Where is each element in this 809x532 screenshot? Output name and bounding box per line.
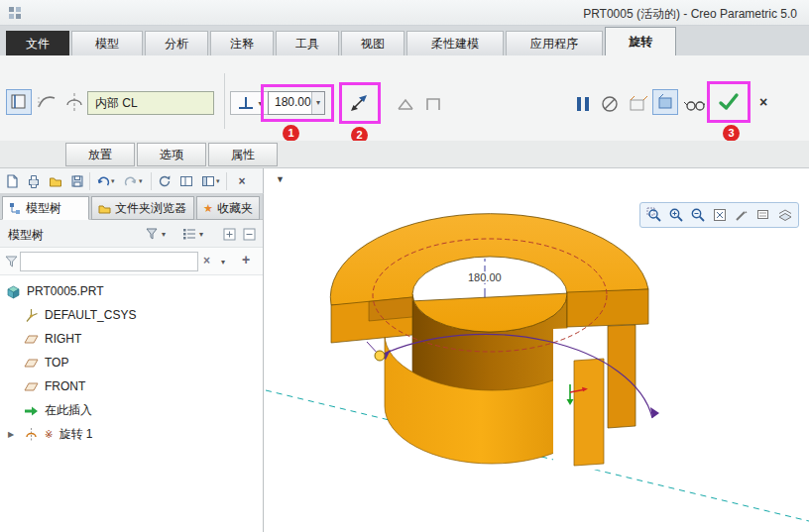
revolve-dashboard: 内部 CL ▾ 180.00 ▾ 1 2 <box>0 55 809 141</box>
part-icon <box>6 284 21 299</box>
solid-icon <box>7 90 31 114</box>
no-preview-button[interactable] <box>599 93 621 115</box>
flip-direction-button[interactable] <box>346 90 372 116</box>
undo-button[interactable] <box>93 171 113 191</box>
checkmark-icon <box>717 90 741 114</box>
tab-model-tree[interactable]: 模型树 <box>2 196 89 220</box>
toolbar-separator <box>151 172 152 190</box>
remove-material-icon <box>394 92 417 116</box>
panel-tab-options[interactable]: 选项 <box>137 143 206 166</box>
layout-dropdown-icon[interactable]: ▾ <box>216 177 220 185</box>
confirm-button[interactable] <box>716 89 742 115</box>
tab-label: 收藏夹 <box>217 200 253 217</box>
angle-input[interactable]: 180.00 ▾ <box>268 91 325 115</box>
wireframe-preview-icon <box>626 92 649 116</box>
angle-dropdown-icon[interactable]: ▾ <box>311 92 324 114</box>
insert-here-icon <box>24 403 39 418</box>
tree-row-front-plane[interactable]: FRONT <box>0 374 263 398</box>
new-file-icon <box>4 173 20 189</box>
tree-row-csys[interactable]: DEFAULT_CSYS <box>0 303 263 327</box>
thicken-icon <box>421 92 445 116</box>
perpendicular-icon <box>237 94 255 112</box>
redo-button[interactable] <box>121 171 141 191</box>
folder-icon <box>98 202 111 215</box>
regenerate-icon <box>157 173 173 189</box>
tab-favorites[interactable]: ★ 收藏夹 <box>196 196 260 220</box>
app-menu-icon[interactable] <box>8 6 22 20</box>
overflow-arrow-icon[interactable]: ▼ <box>276 174 285 184</box>
tree-item-label: DEFAULT_CSYS <box>45 308 136 322</box>
drag-handle[interactable] <box>375 351 385 361</box>
folder-icon <box>48 173 63 189</box>
expand-all-icon[interactable] <box>222 227 237 242</box>
flange-front-face-right <box>567 289 648 327</box>
section-reference-value: 内部 CL <box>95 95 138 112</box>
expander-icon[interactable]: ▶ <box>8 430 18 439</box>
undo-icon <box>95 173 111 189</box>
graphics-area[interactable]: ▼ <box>264 168 809 532</box>
remove-material-button[interactable] <box>393 91 418 117</box>
window-panes-button[interactable] <box>176 171 196 191</box>
sidebar-layout-button[interactable] <box>198 171 218 191</box>
tab-applications[interactable]: 应用程序 <box>506 31 603 55</box>
tab-analysis[interactable]: 分析 <box>145 31 208 55</box>
close-pane-button[interactable]: × <box>232 171 252 191</box>
tab-folder-browser[interactable]: 文件夹浏览器 <box>91 196 194 220</box>
revolved-part[interactable] <box>330 214 648 471</box>
angle-value: 180.00 <box>269 92 311 114</box>
add-filter-icon[interactable]: + <box>242 252 250 267</box>
verify-button[interactable] <box>682 93 706 115</box>
save-button[interactable] <box>67 171 87 191</box>
angle-dimension-label[interactable]: 180.00 <box>466 271 504 283</box>
model-viewport[interactable] <box>264 194 809 532</box>
unattached-preview-button[interactable] <box>625 91 650 117</box>
thicken-sketch-button[interactable] <box>420 91 446 117</box>
tree-row-insert-here[interactable]: 在此插入 <box>0 398 263 422</box>
revolve-as-solid-button[interactable] <box>6 89 32 115</box>
tab-tools[interactable]: 工具 <box>276 31 339 55</box>
clear-filter-icon[interactable]: × <box>203 254 210 267</box>
chevron-down-icon[interactable]: ▾ <box>221 258 225 266</box>
pause-button[interactable] <box>571 91 595 117</box>
close-icon: × <box>238 175 245 187</box>
flange-notch-step <box>369 297 412 321</box>
tree-row-right-plane[interactable]: RIGHT <box>0 327 263 351</box>
tab-view[interactable]: 视图 <box>341 31 404 55</box>
toolbar-separator <box>89 172 90 190</box>
revolve-feature-icon <box>24 427 39 442</box>
tree-columns-icon[interactable] <box>182 227 197 242</box>
panel-tab-placement[interactable]: 放置 <box>65 143 135 166</box>
title-bar: PRT0005 (活动的) - Creo Parametric 5.0 <box>0 0 809 26</box>
glasses-icon <box>683 94 705 114</box>
cancel-button[interactable]: × <box>753 92 773 112</box>
tab-annotate[interactable]: 注释 <box>210 31 274 55</box>
collapse-all-icon[interactable] <box>242 227 257 242</box>
regenerate-button[interactable] <box>155 171 174 191</box>
print-button[interactable] <box>24 171 44 191</box>
new-file-button[interactable] <box>2 171 22 191</box>
tree-row-revolve-feature[interactable]: ▶ ※ 旋转 1 <box>0 422 263 446</box>
tab-model[interactable]: 模型 <box>71 31 143 55</box>
datum-plane-icon <box>24 379 39 394</box>
revolve-axis-button[interactable] <box>61 89 87 115</box>
panel-tab-properties[interactable]: 属性 <box>208 143 278 166</box>
chevron-down-icon[interactable]: ▾ <box>199 230 203 239</box>
chevron-down-icon: ▾ <box>258 99 262 108</box>
tab-revolve-active[interactable]: 旋转 <box>605 27 676 55</box>
filter-settings-icon[interactable] <box>145 227 160 242</box>
tab-flexible-modeling[interactable]: 柔性建模 <box>406 31 504 55</box>
chevron-down-icon[interactable]: ▾ <box>162 230 166 239</box>
undo-dropdown-icon[interactable]: ▾ <box>111 177 115 185</box>
tree-filter-input[interactable] <box>20 252 198 271</box>
angle-reference-button[interactable]: ▾ <box>230 91 270 115</box>
redo-dropdown-icon[interactable]: ▾ <box>139 177 143 185</box>
tree-row-part[interactable]: PRT0005.PRT <box>0 279 263 303</box>
tree-row-top-plane[interactable]: TOP <box>0 351 263 374</box>
open-folder-button[interactable] <box>46 171 65 191</box>
tab-file[interactable]: 文件 <box>6 31 69 55</box>
revolve-as-surface-button[interactable] <box>34 89 59 115</box>
section-reference-field[interactable]: 内部 CL <box>87 91 214 115</box>
attached-preview-button[interactable] <box>652 89 678 115</box>
panes-icon <box>178 173 194 189</box>
ribbon-tab-bar: 文件 模型 分析 注释 工具 视图 柔性建模 应用程序 旋转 <box>0 26 809 55</box>
